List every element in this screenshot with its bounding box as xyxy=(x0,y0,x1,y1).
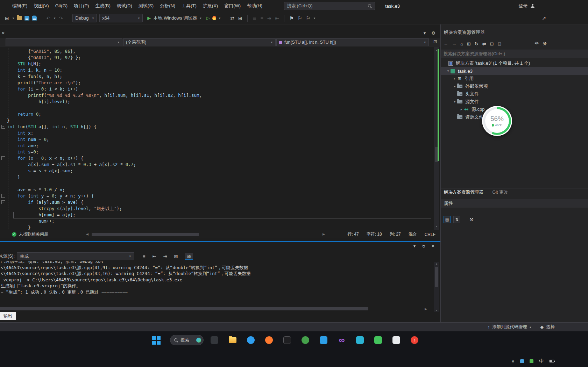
code-line[interactable]: for (i = 0; i < k; i++) xyxy=(0,86,440,92)
status-line-number[interactable]: 行: 47 xyxy=(348,231,359,237)
hidden-icons-chevron-icon[interactable]: ∧ xyxy=(511,359,515,364)
collapse-all-icon[interactable]: ⊟ xyxy=(490,41,494,46)
split-editor-icon[interactable]: ⊡ xyxy=(433,39,437,44)
taskbar-app-icon-green[interactable] xyxy=(301,336,310,345)
pin-icon[interactable]: ⚲ xyxy=(420,243,426,249)
start-button[interactable] xyxy=(152,336,161,345)
code-line[interactable]: int ave; xyxy=(0,143,440,149)
taskbar-music-icon[interactable]: ♪ xyxy=(410,336,419,345)
taskbar-app-icon-light[interactable] xyxy=(392,336,401,345)
next-message-icon[interactable]: ⇥ xyxy=(163,254,167,259)
code-line[interactable]: } xyxy=(0,224,440,230)
message-levels-icon[interactable]: ≡ xyxy=(143,254,146,259)
taskbar-terminal-icon[interactable] xyxy=(283,336,292,345)
bookmark-icon[interactable]: ⚑ xyxy=(289,15,295,21)
code-line[interactable]: return 0; xyxy=(0,111,440,117)
redo-icon[interactable]: ↷ xyxy=(58,15,64,21)
solution-explorer-search-input[interactable]: 搜索解决方案资源管理器(Ctrl+;) xyxy=(441,50,588,58)
scroll-down-icon[interactable]: ▼ xyxy=(435,223,438,230)
sync-with-active-document-icon[interactable]: ⇄ xyxy=(482,41,486,46)
menu-item[interactable]: 调试(D) xyxy=(114,0,135,12)
outdent-icon[interactable]: ⇤ xyxy=(274,15,280,21)
start-debugging-button[interactable]: ▶ 本地 Windows 调试器 ▾ xyxy=(145,15,204,21)
chevron-down-icon[interactable]: ▾ xyxy=(12,16,15,20)
prev-message-icon[interactable]: ⇤ xyxy=(153,254,156,259)
code-line[interactable]: k = fun(s, n, h); xyxy=(0,73,440,80)
home-icon[interactable]: ⌂ xyxy=(460,41,463,46)
code-line[interactable]: {"GA015", 85, 86}, xyxy=(0,48,440,55)
menu-item[interactable]: 项目(P) xyxy=(71,0,92,12)
close-icon[interactable]: ✕ xyxy=(1,31,5,36)
forward-icon[interactable]: → xyxy=(452,41,456,46)
tree-expander-icon[interactable]: ▸ xyxy=(459,108,464,111)
menu-item[interactable]: 测试(S) xyxy=(135,0,157,12)
code-line[interactable]: h[num] = a[y]; xyxy=(0,212,440,218)
tree-expander-icon[interactable]: ▸ xyxy=(452,85,457,88)
configuration-dropdown[interactable]: Debug ▾ xyxy=(72,14,97,22)
tray-app-icon[interactable] xyxy=(530,359,533,363)
scroll-right-icon[interactable]: ▶ xyxy=(323,232,325,236)
hot-reload-icon[interactable] xyxy=(212,16,216,20)
sign-in-button[interactable]: 登录 xyxy=(518,3,535,9)
taskbar-edge-icon[interactable] xyxy=(246,336,255,345)
tree-item[interactable]: 解决方案 'task.e3' (1 个项目, 共 1 个) xyxy=(441,59,588,67)
menu-item[interactable]: 编辑(E) xyxy=(9,0,30,12)
scroll-up-icon[interactable]: ▲ xyxy=(434,262,439,265)
code-line[interactable]: printf("%s %d %d %.2f %s\n", h[i].num, h… xyxy=(0,92,440,99)
status-column-number[interactable]: 列: 27 xyxy=(390,231,401,237)
refresh-icon[interactable]: ↻ xyxy=(475,41,479,46)
panel-position-dropdown-icon[interactable]: ▾ xyxy=(413,244,416,249)
tree-expander-icon[interactable]: ▾ xyxy=(452,100,457,103)
scrollbar-thumb[interactable] xyxy=(0,307,368,310)
code-line[interactable]: int s=0; xyxy=(0,149,440,155)
output-horizontal-scrollbar[interactable] xyxy=(0,306,419,311)
platform-dropdown[interactable]: x64 ▾ xyxy=(99,14,143,22)
alphabetical-view-icon[interactable]: ⇅ xyxy=(453,216,460,223)
code-line[interactable]: } xyxy=(0,117,440,124)
battery-icon[interactable] xyxy=(549,360,554,362)
code-line[interactable]: s = s + a[x].sum; xyxy=(0,168,440,174)
back-icon[interactable]: ← xyxy=(444,41,448,46)
open-file-icon[interactable] xyxy=(17,16,22,20)
add-to-source-control-button[interactable]: ↑ 添加到源代码管理 ▴ xyxy=(488,324,531,330)
word-wrap-toggle-icon[interactable]: ab xyxy=(185,253,193,260)
categorized-view-icon[interactable]: ▤ xyxy=(444,216,451,223)
code-line[interactable]: printf("There are :\n"); xyxy=(0,80,440,86)
menu-item[interactable]: 窗口(W) xyxy=(221,0,244,12)
code-map-icon[interactable]: ⊞ xyxy=(238,15,243,21)
start-without-debugging-icon[interactable]: ▷ xyxy=(206,15,210,21)
taskbar-wechat-icon[interactable] xyxy=(374,336,383,345)
tree-item[interactable]: 头文件 xyxy=(441,90,588,98)
output-vertical-scrollbar[interactable]: ▲ ▼ xyxy=(434,262,439,312)
prev-bookmark-icon[interactable]: ⚐ xyxy=(297,15,303,21)
code-line[interactable]: strcpy_s(a[y].level, "均分以上"); xyxy=(0,206,440,212)
scrollbar-thumb[interactable] xyxy=(92,233,199,236)
code-line[interactable]: −int fun(STU a[], int n, STU h[]) { xyxy=(0,124,440,130)
code-line[interactable]: a[x].sum = a[x].s1 * 0.3 + a[x].s2 * 0.7… xyxy=(0,161,440,168)
menu-item[interactable]: 工具(T) xyxy=(178,0,200,12)
tree-item[interactable]: 资源文件 xyxy=(441,113,588,121)
output-source-dropdown[interactable]: 生成 ▾ xyxy=(17,252,134,260)
tree-item[interactable]: ▸外部依赖项 xyxy=(441,82,588,90)
comment-icon[interactable]: ≣ xyxy=(252,15,257,21)
taskbar-file-explorer-icon[interactable] xyxy=(228,336,237,345)
output-log[interactable]: 已启动生成: 项目: task.e3, 配置: Debug x64s\46453… xyxy=(1,261,432,306)
gear-icon[interactable]: ⚙ xyxy=(431,30,435,36)
code-line[interactable]: − if (a[y].sum > ave) { xyxy=(0,199,440,206)
performance-gauge-overlay[interactable]: 56% 46°C xyxy=(482,106,512,136)
save-all-icon[interactable] xyxy=(32,16,37,21)
uncomment-icon[interactable]: ≡ xyxy=(260,15,264,21)
taskbar-app-icon-teal[interactable] xyxy=(355,336,364,345)
member-dropdown[interactable]: fun(STU a[], int n, STU h[]) ▾ xyxy=(276,38,429,46)
quick-search[interactable]: 搜索 (Ctrl+Q) xyxy=(284,2,375,10)
scroll-left-icon[interactable]: ◀ xyxy=(86,232,88,236)
code-line[interactable]: − for (x = 0; x < n; x++) { xyxy=(0,155,440,161)
code-line[interactable]: h[i].level); xyxy=(0,99,440,105)
fold-toggle-icon[interactable]: − xyxy=(1,194,5,198)
code-line[interactable]: STU h[N]; xyxy=(0,61,440,67)
taskbar-visual-studio-icon[interactable]: ∞ xyxy=(337,336,346,345)
status-eol-type[interactable]: CRLF xyxy=(425,232,435,237)
tree-expander-icon[interactable]: ▸ xyxy=(452,77,457,80)
health-check-icon[interactable]: ✓ xyxy=(12,232,16,237)
tab-output[interactable]: 输出 xyxy=(0,312,16,320)
